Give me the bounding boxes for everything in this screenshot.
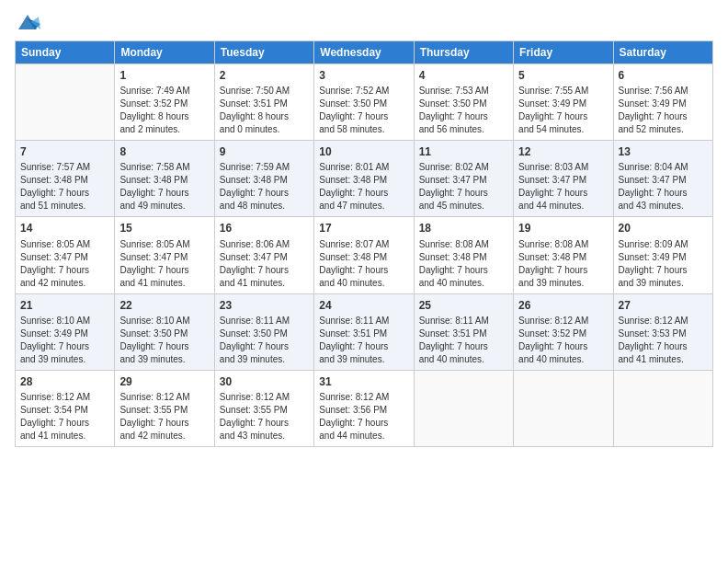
calendar-cell: 23Sunrise: 8:11 AM Sunset: 3:50 PM Dayli… xyxy=(214,293,313,370)
day-info: Sunrise: 7:50 AM Sunset: 3:51 PM Dayligh… xyxy=(220,85,309,136)
day-info: Sunrise: 7:55 AM Sunset: 3:49 PM Dayligh… xyxy=(518,85,608,136)
day-number: 23 xyxy=(220,298,309,313)
day-info: Sunrise: 7:59 AM Sunset: 3:48 PM Dayligh… xyxy=(220,161,309,213)
day-number: 15 xyxy=(119,221,209,236)
calendar-header-monday: Monday xyxy=(115,41,214,64)
calendar-cell: 9Sunrise: 7:59 AM Sunset: 3:48 PM Daylig… xyxy=(214,141,313,217)
calendar-cell xyxy=(414,370,513,446)
calendar-cell: 30Sunrise: 8:12 AM Sunset: 3:55 PM Dayli… xyxy=(214,370,313,446)
day-info: Sunrise: 8:12 AM Sunset: 3:55 PM Dayligh… xyxy=(220,391,309,442)
day-number: 25 xyxy=(419,298,508,313)
day-info: Sunrise: 8:12 AM Sunset: 3:54 PM Dayligh… xyxy=(20,391,109,442)
calendar-cell: 17Sunrise: 8:07 AM Sunset: 3:48 PM Dayli… xyxy=(314,217,414,293)
calendar-cell: 2Sunrise: 7:50 AM Sunset: 3:51 PM Daylig… xyxy=(214,64,313,141)
calendar-cell: 11Sunrise: 8:02 AM Sunset: 3:47 PM Dayli… xyxy=(414,141,513,217)
day-info: Sunrise: 8:09 AM Sunset: 3:49 PM Dayligh… xyxy=(619,238,708,290)
day-number: 4 xyxy=(419,68,508,83)
day-number: 18 xyxy=(419,221,508,236)
day-number: 14 xyxy=(20,221,109,236)
day-info: Sunrise: 8:04 AM Sunset: 3:47 PM Dayligh… xyxy=(619,161,708,213)
day-info: Sunrise: 8:07 AM Sunset: 3:48 PM Dayligh… xyxy=(319,238,408,290)
day-number: 24 xyxy=(319,298,408,313)
day-number: 8 xyxy=(119,144,209,159)
calendar-cell: 16Sunrise: 8:06 AM Sunset: 3:47 PM Dayli… xyxy=(214,217,313,293)
calendar-cell: 20Sunrise: 8:09 AM Sunset: 3:49 PM Dayli… xyxy=(613,217,712,293)
calendar-cell: 3Sunrise: 7:52 AM Sunset: 3:50 PM Daylig… xyxy=(314,64,414,141)
day-number: 12 xyxy=(518,144,608,159)
day-info: Sunrise: 7:57 AM Sunset: 3:48 PM Dayligh… xyxy=(20,161,109,213)
calendar-cell: 24Sunrise: 8:11 AM Sunset: 3:51 PM Dayli… xyxy=(314,293,414,370)
day-number: 3 xyxy=(319,68,408,83)
day-info: Sunrise: 8:11 AM Sunset: 3:50 PM Dayligh… xyxy=(220,315,309,366)
calendar-cell: 27Sunrise: 8:12 AM Sunset: 3:53 PM Dayli… xyxy=(613,293,712,370)
calendar-cell: 19Sunrise: 8:08 AM Sunset: 3:48 PM Dayli… xyxy=(514,217,613,293)
day-info: Sunrise: 8:05 AM Sunset: 3:47 PM Dayligh… xyxy=(20,238,109,290)
day-info: Sunrise: 8:08 AM Sunset: 3:48 PM Dayligh… xyxy=(419,238,508,290)
day-number: 21 xyxy=(20,298,109,313)
logo-icon xyxy=(15,9,40,35)
calendar-header-wednesday: Wednesday xyxy=(314,41,414,64)
calendar-cell: 7Sunrise: 7:57 AM Sunset: 3:48 PM Daylig… xyxy=(16,141,115,217)
calendar-cell: 1Sunrise: 7:49 AM Sunset: 3:52 PM Daylig… xyxy=(115,64,214,141)
day-info: Sunrise: 8:11 AM Sunset: 3:51 PM Dayligh… xyxy=(319,315,408,366)
day-number: 10 xyxy=(319,144,408,159)
calendar-cell xyxy=(16,64,115,141)
day-number: 28 xyxy=(20,374,109,389)
calendar-cell: 14Sunrise: 8:05 AM Sunset: 3:47 PM Dayli… xyxy=(16,217,115,293)
calendar-header-thursday: Thursday xyxy=(414,41,513,64)
calendar-table: SundayMondayTuesdayWednesdayThursdayFrid… xyxy=(15,40,713,447)
day-number: 20 xyxy=(619,221,708,236)
day-number: 27 xyxy=(619,298,708,313)
calendar-cell: 29Sunrise: 8:12 AM Sunset: 3:55 PM Dayli… xyxy=(115,370,214,446)
day-info: Sunrise: 8:12 AM Sunset: 3:52 PM Dayligh… xyxy=(518,315,608,366)
calendar-cell: 31Sunrise: 8:12 AM Sunset: 3:56 PM Dayli… xyxy=(314,370,414,446)
calendar-cell: 28Sunrise: 8:12 AM Sunset: 3:54 PM Dayli… xyxy=(16,370,115,446)
calendar-cell: 12Sunrise: 8:03 AM Sunset: 3:47 PM Dayli… xyxy=(514,141,613,217)
day-info: Sunrise: 8:10 AM Sunset: 3:50 PM Dayligh… xyxy=(119,315,209,366)
day-number: 16 xyxy=(220,221,309,236)
day-number: 17 xyxy=(319,221,408,236)
day-number: 6 xyxy=(619,68,708,83)
day-number: 29 xyxy=(119,374,209,389)
calendar-cell xyxy=(514,370,613,446)
day-info: Sunrise: 7:49 AM Sunset: 3:52 PM Dayligh… xyxy=(119,85,209,136)
day-info: Sunrise: 8:01 AM Sunset: 3:48 PM Dayligh… xyxy=(319,161,408,213)
day-number: 1 xyxy=(119,68,209,83)
day-info: Sunrise: 8:11 AM Sunset: 3:51 PM Dayligh… xyxy=(419,315,508,366)
calendar-cell: 4Sunrise: 7:53 AM Sunset: 3:50 PM Daylig… xyxy=(414,64,513,141)
day-info: Sunrise: 8:06 AM Sunset: 3:47 PM Dayligh… xyxy=(220,238,309,290)
day-info: Sunrise: 7:58 AM Sunset: 3:48 PM Dayligh… xyxy=(119,161,209,213)
calendar-header-tuesday: Tuesday xyxy=(214,41,313,64)
calendar-cell: 10Sunrise: 8:01 AM Sunset: 3:48 PM Dayli… xyxy=(314,141,414,217)
day-number: 13 xyxy=(619,144,708,159)
calendar-cell: 26Sunrise: 8:12 AM Sunset: 3:52 PM Dayli… xyxy=(514,293,613,370)
day-number: 5 xyxy=(518,68,608,83)
day-info: Sunrise: 8:12 AM Sunset: 3:53 PM Dayligh… xyxy=(619,315,708,366)
calendar-header-saturday: Saturday xyxy=(613,41,712,64)
day-info: Sunrise: 8:05 AM Sunset: 3:47 PM Dayligh… xyxy=(119,238,209,290)
day-info: Sunrise: 7:53 AM Sunset: 3:50 PM Dayligh… xyxy=(419,85,508,136)
day-info: Sunrise: 8:03 AM Sunset: 3:47 PM Dayligh… xyxy=(518,161,608,213)
calendar-cell: 22Sunrise: 8:10 AM Sunset: 3:50 PM Dayli… xyxy=(115,293,214,370)
day-info: Sunrise: 8:10 AM Sunset: 3:49 PM Dayligh… xyxy=(20,315,109,366)
day-info: Sunrise: 8:12 AM Sunset: 3:56 PM Dayligh… xyxy=(319,391,408,442)
calendar-cell: 18Sunrise: 8:08 AM Sunset: 3:48 PM Dayli… xyxy=(414,217,513,293)
day-info: Sunrise: 8:02 AM Sunset: 3:47 PM Dayligh… xyxy=(419,161,508,213)
day-number: 2 xyxy=(220,68,309,83)
calendar-header-friday: Friday xyxy=(514,41,613,64)
day-info: Sunrise: 8:12 AM Sunset: 3:55 PM Dayligh… xyxy=(119,391,209,442)
logo xyxy=(15,9,44,35)
calendar-cell xyxy=(613,370,712,446)
day-info: Sunrise: 7:52 AM Sunset: 3:50 PM Dayligh… xyxy=(319,85,408,136)
calendar-cell: 15Sunrise: 8:05 AM Sunset: 3:47 PM Dayli… xyxy=(115,217,214,293)
day-number: 26 xyxy=(518,298,608,313)
day-number: 22 xyxy=(119,298,209,313)
day-info: Sunrise: 7:56 AM Sunset: 3:49 PM Dayligh… xyxy=(619,85,708,136)
day-number: 11 xyxy=(419,144,508,159)
calendar-cell: 5Sunrise: 7:55 AM Sunset: 3:49 PM Daylig… xyxy=(514,64,613,141)
calendar-cell: 13Sunrise: 8:04 AM Sunset: 3:47 PM Dayli… xyxy=(613,141,712,217)
day-info: Sunrise: 8:08 AM Sunset: 3:48 PM Dayligh… xyxy=(518,238,608,290)
calendar-header-sunday: Sunday xyxy=(16,41,115,64)
day-number: 30 xyxy=(220,374,309,389)
calendar-cell: 8Sunrise: 7:58 AM Sunset: 3:48 PM Daylig… xyxy=(115,141,214,217)
